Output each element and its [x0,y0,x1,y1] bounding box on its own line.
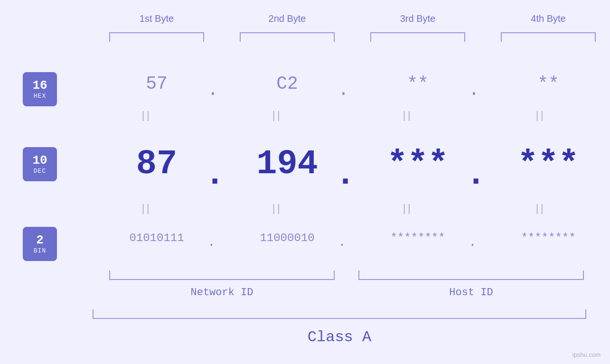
network-id-bracket [109,271,335,280]
col2-hex: C2 [240,74,335,94]
col4-dec: *** [501,145,596,184]
col3-header: 3rd Byte [370,13,465,24]
class-label: Class A [93,328,586,346]
sep-dot-bin-2: . [338,235,346,250]
eq3-hex-dec: || [401,110,411,122]
eq1-dec-bin: || [140,203,150,215]
bin-badge-number: 2 [36,234,44,246]
network-id-label: Network ID [109,287,335,299]
eq3-dec-bin: || [401,203,411,215]
col3-bin: ******** [370,232,465,244]
sep-dot-bin-1: . [207,235,216,250]
sep-dot-bin-3: . [469,235,477,250]
col4-hex: ** [501,74,596,94]
col2-top-bracket [240,32,335,42]
class-bracket [93,309,586,319]
dec-badge-label: DEC [34,168,46,175]
watermark: ipshu.com [572,351,601,358]
eq1-hex-dec: || [140,110,150,122]
col1-top-bracket [109,32,204,42]
sep-dot-dec-1: . [205,158,225,192]
col4-header: 4th Byte [501,13,596,24]
dec-badge-number: 10 [32,154,47,167]
eq4-hex-dec: || [534,110,544,122]
sep-dot-dec-2: . [335,158,356,192]
hex-badge-label: HEX [34,93,46,100]
col2-header: 2nd Byte [240,13,335,24]
eq4-dec-bin: || [534,203,544,215]
eq2-hex-dec: || [271,110,280,122]
col2-dec: 194 [240,145,335,184]
hex-badge: 16 HEX [23,72,57,106]
sep-dot-hex-1: . [207,80,218,100]
col2-bin: 11000010 [240,232,335,244]
col3-dec: *** [370,145,465,184]
col1-dec: 87 [109,145,204,184]
columns-area: 1st Byte 57 87 01010111 2nd Byte C2 194 … [93,0,610,364]
col1-bin: 01010111 [109,232,204,244]
host-id-label: Host ID [358,287,584,299]
sep-dot-dec-3: . [466,158,486,192]
main-container: 16 HEX 10 DEC 2 BIN 1st Byte 57 87 01010… [0,0,610,364]
bin-badge: 2 BIN [23,227,57,261]
col1-header: 1st Byte [109,13,204,24]
col3-top-bracket [370,32,465,42]
sep-dot-hex-2: . [338,80,349,100]
col4-bin: ******** [501,232,596,244]
host-id-bracket [358,271,584,280]
col3-hex: ** [370,74,465,94]
sep-dot-hex-3: . [469,80,479,100]
col4-top-bracket [501,32,596,42]
eq2-dec-bin: || [271,203,280,215]
hex-badge-number: 16 [32,79,47,92]
bin-badge-label: BIN [34,247,46,254]
dec-badge: 10 DEC [23,147,57,181]
col1-hex: 57 [109,74,204,94]
